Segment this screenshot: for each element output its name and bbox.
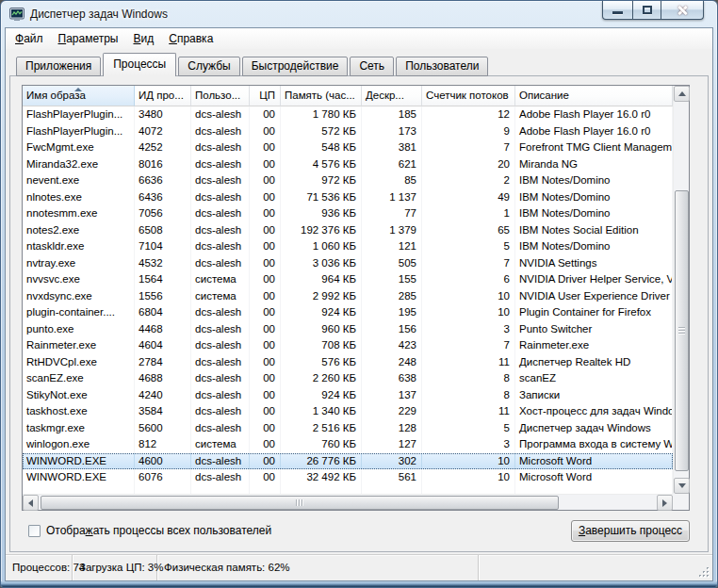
cell-handles: 137 (362, 387, 422, 404)
column-header-name[interactable]: Имя образа (23, 86, 135, 106)
scroll-left-button[interactable] (23, 495, 39, 511)
cell-pid: 4688 (135, 370, 191, 387)
cell-desc: Miranda NG (515, 156, 673, 173)
tab-2[interactable]: Службы (178, 57, 239, 76)
menu-item-options[interactable]: Параметры (51, 28, 126, 48)
cell-desc: Adobe Flash Player 16.0 r0 (515, 106, 673, 123)
process-row[interactable]: nnotesmm.exe7056dcs-alesh00936 КБ771IBM … (23, 205, 673, 222)
column-header-handles[interactable]: Дескр... (362, 86, 422, 106)
minimize-button[interactable] (602, 1, 633, 20)
process-row[interactable]: nevent.exe6636dcs-alesh00972 КБ852IBM No… (23, 172, 673, 189)
cell-threads: 11 (422, 403, 515, 420)
cell-name: FwcMgmt.exe (23, 139, 135, 156)
process-row[interactable]: RtHDVCpl.exe2784dcs-alesh00576 КБ24811Ди… (23, 354, 673, 371)
tab-4[interactable]: Сеть (350, 57, 394, 76)
column-header-label: Счетчик потоков (426, 90, 509, 101)
menu-item-view[interactable]: Вид (125, 28, 161, 48)
process-row[interactable]: ntaskldr.exe7104dcs-alesh001 060 КБ1215I… (23, 238, 673, 255)
cell-desc: IBM Notes/Domino (515, 189, 673, 206)
process-row[interactable]: winlogon.exe812система00760 КБ1273Програ… (23, 436, 673, 453)
process-row[interactable]: taskmgr.exe5600dcs-alesh002 516 КБ1285Ди… (23, 420, 673, 437)
column-header-mem[interactable]: Память (час... (281, 86, 362, 106)
process-row[interactable]: FlashPlayerPlugin...4072dcs-alesh00572 К… (23, 123, 673, 140)
column-header-threads[interactable]: Счетчик потоков (422, 86, 515, 106)
process-row[interactable]: FlashPlayerPlugin...3480dcs-alesh001 780… (23, 106, 673, 123)
process-row[interactable]: WINWORD.EXE6076dcs-alesh0032 492 КБ56110… (23, 469, 673, 486)
cell-handles: 381 (362, 139, 422, 156)
menu-item-file[interactable]: Файл (8, 28, 51, 48)
process-row[interactable]: Rainmeter.exe4604dcs-alesh00708 КБ4237Ra… (23, 337, 673, 354)
show-all-users-checkbox[interactable] (28, 525, 41, 537)
cell-handles: 127 (362, 436, 422, 453)
cell-name: ntaskldr.exe (23, 238, 135, 255)
cell-mem: 32 492 КБ (281, 469, 362, 486)
tab-5[interactable]: Пользователи (396, 57, 488, 76)
end-process-button-text: авершить процесс (585, 524, 682, 537)
vertical-scrollbar[interactable] (673, 86, 689, 494)
horizontal-scrollbar-thumb[interactable] (41, 496, 559, 510)
process-row[interactable]: nvxdsync.exe1556система002 992 КБ28510NV… (23, 288, 673, 305)
process-row[interactable]: Miranda32.exe8016dcs-alesh004 576 КБ6212… (23, 156, 673, 173)
cell-mem: 4 576 КБ (281, 156, 362, 173)
checkbox-label-accel: ж (86, 524, 93, 537)
vertical-scrollbar-thumb[interactable] (675, 190, 689, 471)
tab-0[interactable]: Приложения (16, 57, 101, 76)
cell-threads: 7 (422, 337, 515, 354)
cell-handles: 1 137 (362, 189, 422, 206)
cell-user: dcs-alesh (191, 354, 250, 371)
close-button[interactable] (661, 1, 704, 20)
cell-cpu: 00 (250, 453, 281, 470)
process-row[interactable]: StikyNot.exe4240dcs-alesh00924 КБ1378Зап… (23, 387, 673, 404)
cell-user: dcs-alesh (191, 205, 250, 222)
cell-cpu: 00 (250, 304, 281, 321)
process-row[interactable]: nvtray.exe4532dcs-alesh003 036 КБ5057NVI… (23, 255, 673, 272)
resize-grip[interactable] (698, 566, 710, 579)
column-header-desc[interactable]: Описание (515, 86, 673, 106)
cell-cpu: 00 (250, 354, 281, 371)
cell-handles: 85 (362, 172, 422, 189)
menu-item-text: ид (141, 32, 155, 45)
end-process-button-accel: З (579, 524, 585, 537)
show-all-users-label[interactable]: Отображать процессы всех пользователей (46, 524, 271, 537)
cell-user: dcs-alesh (191, 156, 250, 173)
cell-pid: 4252 (135, 139, 191, 156)
process-row[interactable]: plugin-container....6804dcs-alesh00924 К… (23, 304, 673, 321)
process-row[interactable]: notes2.exe6508dcs-alesh00192 376 КБ1 379… (23, 222, 673, 239)
process-row[interactable]: FwcMgmt.exe4252dcs-alesh00548 КБ3817Fore… (23, 139, 673, 156)
scroll-down-button[interactable] (674, 478, 690, 494)
filler-cell (135, 486, 191, 495)
horizontal-scrollbar[interactable] (23, 494, 673, 510)
cell-user: система (191, 436, 250, 453)
process-row[interactable]: taskhost.exe3584dcs-alesh001 340 КБ22911… (23, 403, 673, 420)
cell-desc: NVIDIA User Experience Driver Co (515, 288, 673, 305)
minimize-icon (612, 11, 623, 14)
cell-name: nevent.exe (23, 172, 135, 189)
cell-name: taskmgr.exe (23, 420, 135, 437)
menu-item-help[interactable]: Справка (161, 28, 220, 48)
process-row[interactable]: punto.exe4468dcs-alesh00960 КБ1563Punto … (23, 321, 673, 338)
tab-3[interactable]: Быстродействие (242, 57, 349, 76)
process-row[interactable]: WINWORD.EXE4600dcs-alesh0026 776 КБ30210… (23, 453, 673, 470)
column-header-cpu[interactable]: ЦП (250, 86, 281, 106)
process-row[interactable]: scanEZ.exe4688dcs-alesh002 260 КБ6388sca… (23, 370, 673, 387)
cell-threads: 10 (422, 304, 515, 321)
scroll-right-button[interactable] (657, 495, 673, 511)
column-header-label: Память (час... (285, 90, 355, 101)
column-header-pid[interactable]: ИД про... (135, 86, 191, 106)
scroll-up-button[interactable] (674, 86, 690, 102)
tab-1[interactable]: Процессы (103, 53, 176, 76)
cell-mem: 71 536 КБ (281, 189, 362, 206)
cell-mem: 760 КБ (281, 436, 362, 453)
end-process-button[interactable]: Завершить процесс (571, 520, 690, 542)
title-bar[interactable]: Диспетчер задач Windows (1, 1, 717, 27)
process-row[interactable]: nvvsvc.exe1564система00964 КБ1556NVIDIA … (23, 271, 673, 288)
cell-pid: 1556 (135, 288, 191, 305)
cell-pid: 6804 (135, 304, 191, 321)
cell-handles: 156 (362, 321, 422, 338)
column-header-user[interactable]: Пользо... (191, 86, 250, 106)
cell-desc: Rainmeter.exe (515, 337, 673, 354)
cell-handles: 638 (362, 370, 422, 387)
maximize-button[interactable] (633, 1, 661, 20)
process-row[interactable]: nlnotes.exe6436dcs-alesh0071 536 КБ1 137… (23, 189, 673, 206)
cell-user: dcs-alesh (191, 469, 250, 486)
